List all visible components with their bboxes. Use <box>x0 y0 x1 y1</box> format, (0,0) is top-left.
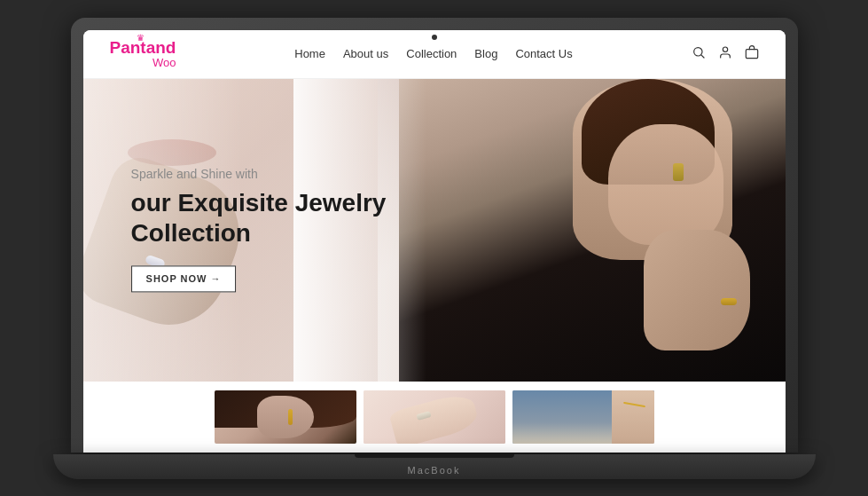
nav-links: Home About us Collection Blog Contact Us <box>294 47 572 60</box>
hero-title-line1: our Exquisite Jewelry <box>131 188 387 218</box>
macbook-label: MacBook <box>408 465 461 476</box>
laptop-frame: ♛ Pantand Woo Home About us Collection B… <box>71 18 798 479</box>
thumbnail-neck[interactable] <box>512 390 654 444</box>
hero-section: Sparkle and Shine with our Exquisite Jew… <box>83 79 786 382</box>
logo-crown: ♛ <box>137 33 145 43</box>
laptop-body: ♛ Pantand Woo Home About us Collection B… <box>71 18 798 453</box>
logo-second-line: Woo <box>110 56 176 69</box>
logo[interactable]: ♛ Pantand Woo <box>110 38 176 70</box>
nav-blog[interactable]: Blog <box>474 47 497 60</box>
nav-contact[interactable]: Contact Us <box>515 47 572 60</box>
screen-content: ♛ Pantand Woo Home About us Collection B… <box>83 30 786 453</box>
thumbnails-section <box>83 382 786 453</box>
hero-subtitle: Sparkle and Shine with <box>131 167 387 181</box>
hero-content: Sparkle and Shine with our Exquisite Jew… <box>131 167 387 292</box>
hero-title: our Exquisite Jewelry Collection <box>131 188 387 248</box>
svg-rect-3 <box>746 49 757 58</box>
nav-icons <box>692 45 759 63</box>
nav-collection[interactable]: Collection <box>406 47 457 60</box>
user-icon[interactable] <box>718 45 732 63</box>
svg-line-1 <box>701 55 704 58</box>
svg-point-2 <box>723 47 727 51</box>
bag-icon[interactable] <box>745 45 759 63</box>
thumbnail-ear[interactable] <box>215 390 356 444</box>
laptop-base: MacBook <box>53 454 816 479</box>
hero-woman-image <box>399 79 786 382</box>
website: ♛ Pantand Woo Home About us Collection B… <box>83 30 786 453</box>
thumbnail-hand[interactable] <box>364 390 505 444</box>
shop-now-button[interactable]: SHOP NOW → <box>131 266 237 293</box>
search-icon[interactable] <box>692 45 706 63</box>
screen-bezel: ♛ Pantand Woo Home About us Collection B… <box>83 30 786 453</box>
camera <box>432 35 437 40</box>
svg-point-0 <box>693 47 701 55</box>
nav-about[interactable]: About us <box>343 47 388 60</box>
hero-title-line2: Collection <box>131 218 387 248</box>
nav-home[interactable]: Home <box>294 47 325 60</box>
